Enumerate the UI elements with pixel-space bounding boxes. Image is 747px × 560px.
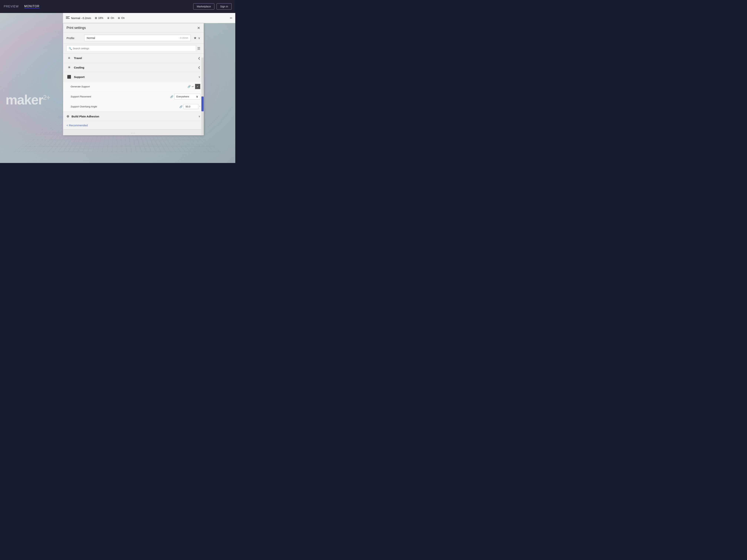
- cooling-chevron-icon: ❮: [198, 66, 200, 69]
- panel-title: Print settings: [67, 26, 86, 30]
- infill-section: ⊠ 18%: [95, 17, 103, 20]
- support-overhang-row: Support Overhang Angle 🔗 °: [63, 102, 204, 111]
- nav-item-preview[interactable]: PREVIEW: [4, 5, 19, 8]
- travel-section-header[interactable]: ≡ Travel ❮: [63, 54, 204, 63]
- recommended-bar[interactable]: < Recommended: [63, 121, 204, 129]
- cooling-label: Cooling: [74, 66, 198, 69]
- support-label-text: Support: [74, 75, 199, 79]
- profile-bar: Normal - 0.2mm ⊠ 18% 🖥 On ⊕ On ✏: [63, 13, 235, 23]
- travel-label: Travel: [74, 56, 198, 60]
- support-overhang-input[interactable]: [184, 104, 199, 109]
- infill-value: 18%: [98, 17, 103, 20]
- support-placement-controls: 🔗 Everywhere ∨: [170, 94, 200, 100]
- chevron-down-icon[interactable]: ∨: [198, 36, 200, 40]
- support-placement-dropdown[interactable]: Everywhere ∨: [174, 94, 200, 100]
- travel-chevron-icon: ❮: [198, 57, 200, 60]
- search-input[interactable]: [67, 45, 196, 52]
- support-placement-value: Everywhere: [176, 95, 195, 98]
- hamburger-icon: [66, 17, 70, 20]
- cooling-icon: ✳: [67, 65, 72, 70]
- adhesion-label: On: [121, 17, 125, 20]
- adhesion-section-icon: ⊕: [67, 114, 69, 118]
- cooling-section-header[interactable]: ✳ Cooling ❮: [63, 63, 204, 72]
- degree-symbol: °: [200, 106, 200, 108]
- support-icon: 🖥: [107, 17, 110, 20]
- top-nav: PREVIEW MONITOR Marketplace Sign in: [0, 0, 235, 13]
- support-section: 🖥 On: [107, 17, 114, 20]
- link-icon-overhang[interactable]: 🔗: [179, 105, 182, 108]
- support-placement-label: Support Placement: [71, 95, 170, 98]
- infill-icon: ⊠: [95, 17, 97, 20]
- close-button[interactable]: ✕: [197, 26, 200, 30]
- print-settings-panel: Print settings ✕ Profile Normal - 0.15mm…: [63, 23, 204, 135]
- adhesion-chevron-icon: ∨: [199, 115, 200, 118]
- reset-icon-generate[interactable]: ↩: [192, 85, 194, 88]
- generate-support-checkbox[interactable]: ✓: [195, 84, 200, 89]
- support-section-icon: ⬛: [67, 75, 72, 79]
- support-label: On: [111, 17, 114, 20]
- nav-right: Marketplace Sign in: [193, 3, 232, 10]
- support-chevron-icon: ∨: [199, 75, 200, 78]
- adhesion-section-label: Build Plate Adhesion: [72, 115, 199, 118]
- profile-name-display: Normal - 0.2mm: [66, 17, 91, 20]
- profile-dropdown[interactable]: Normal - 0.15mm: [84, 35, 191, 41]
- profile-value: Normal: [87, 36, 95, 39]
- generate-support-label: Generate Support: [71, 85, 187, 88]
- bottom-dots: ...: [63, 129, 204, 135]
- search-icon: 🔍: [69, 47, 72, 50]
- recommended-label: < Recommended: [67, 124, 88, 127]
- travel-icon: ≡: [67, 56, 72, 60]
- profile-row: Profile Normal - 0.15mm ★ ∨: [63, 33, 204, 44]
- nav-item-monitor[interactable]: MONITOR: [24, 5, 40, 8]
- support-section-header[interactable]: ⬛ Support ∨: [63, 72, 204, 82]
- adhesion-section: ⊕ On: [118, 17, 125, 20]
- profile-label: Profile: [67, 36, 81, 39]
- link-icon-placement[interactable]: 🔗: [170, 95, 173, 98]
- support-placement-row: Support Placement 🔗 Everywhere ∨: [63, 91, 204, 102]
- support-overhang-label: Support Overhang Angle: [71, 105, 179, 108]
- profile-name-text: Normal - 0.2mm: [71, 17, 91, 20]
- panel-header: Print settings ✕: [63, 23, 204, 33]
- settings-list: ≡ Travel ❮ ✳ Cooling ❮ ⬛ Support ∨ Gener…: [63, 54, 204, 121]
- search-bar: 🔍 ☰: [63, 44, 204, 54]
- signin-button[interactable]: Sign in: [216, 3, 232, 10]
- profile-actions: ★ ∨: [194, 36, 200, 40]
- scrollbar-thumb[interactable]: [201, 97, 204, 111]
- adhesion-icon: ⊕: [118, 17, 120, 20]
- placement-chevron-icon: ∨: [196, 95, 198, 98]
- link-icon-generate[interactable]: 🔗: [187, 85, 191, 88]
- profile-sub: - 0.15mm: [179, 37, 188, 39]
- brand-text: maker2+: [5, 92, 50, 107]
- star-icon[interactable]: ★: [194, 36, 197, 40]
- support-subsection: Generate Support 🔗 ↩ ✓ Support Placement…: [63, 82, 204, 112]
- adhesion-section-header[interactable]: ⊕ Build Plate Adhesion ∨: [63, 112, 204, 121]
- generate-support-row: Generate Support 🔗 ↩ ✓: [63, 82, 204, 91]
- edit-icon[interactable]: ✏: [230, 16, 232, 20]
- scrollbar-track: [201, 58, 204, 135]
- menu-icon[interactable]: ☰: [197, 47, 200, 51]
- generate-support-controls: 🔗 ↩ ✓: [187, 84, 200, 89]
- marketplace-button[interactable]: Marketplace: [193, 3, 214, 10]
- support-overhang-controls: 🔗 °: [179, 104, 200, 109]
